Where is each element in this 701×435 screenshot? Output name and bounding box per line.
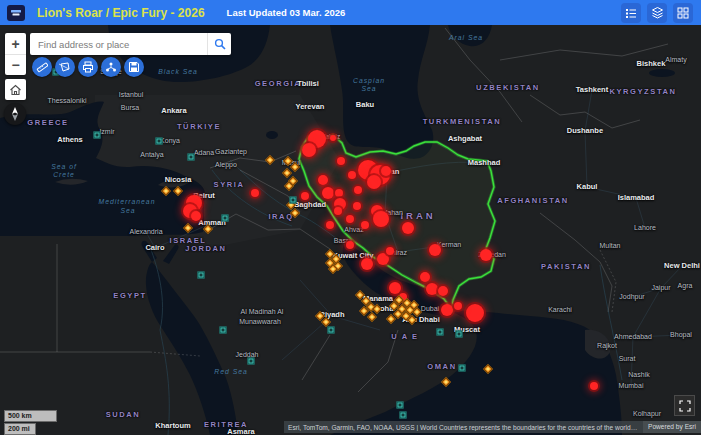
strike-marker[interactable] <box>353 202 361 210</box>
strike-marker[interactable] <box>301 192 309 200</box>
home-button[interactable] <box>5 79 26 100</box>
map-application: GREECETÜRKIYEGEORGIASYRIAIRAQIRANISRAELJ… <box>0 0 701 435</box>
strike-marker[interactable] <box>367 175 381 189</box>
save-button[interactable] <box>124 57 144 77</box>
strike-marker[interactable] <box>326 221 334 229</box>
measure-area-button[interactable] <box>55 57 75 77</box>
strike-marker[interactable] <box>389 282 401 294</box>
strike-marker[interactable] <box>386 247 394 255</box>
facility-marker-square[interactable] <box>437 329 444 336</box>
scale-mi: 200 mi <box>4 423 36 435</box>
strike-marker[interactable] <box>438 286 448 296</box>
strike-marker[interactable] <box>373 211 389 227</box>
facility-marker-square[interactable] <box>198 272 205 279</box>
facility-marker-square[interactable] <box>290 197 297 204</box>
fullscreen-button[interactable] <box>674 395 695 416</box>
strike-marker[interactable] <box>361 258 373 270</box>
compass-button[interactable] <box>4 103 26 125</box>
legend-icon <box>625 7 637 19</box>
print-icon <box>82 61 94 73</box>
strike-marker[interactable] <box>348 171 356 179</box>
strike-marker[interactable] <box>354 186 362 194</box>
strike-marker[interactable] <box>361 221 369 229</box>
strike-marker[interactable] <box>251 189 259 197</box>
facility-marker-square[interactable] <box>248 358 255 365</box>
fullscreen-icon <box>679 400 691 412</box>
attribution-bar: Esri, TomTom, Garmin, FAO, NOAA, USGS | … <box>284 421 701 433</box>
facility-marker-square[interactable] <box>397 402 404 409</box>
strike-marker[interactable] <box>334 207 342 215</box>
scale-km: 500 km <box>4 410 57 422</box>
powered-by-esri: Powered by Esri <box>643 421 701 433</box>
strike-marker[interactable] <box>590 382 598 390</box>
compass-needle-icon <box>10 107 20 121</box>
search-box <box>30 33 231 55</box>
strike-marker[interactable] <box>346 215 354 223</box>
share-button[interactable] <box>101 57 121 77</box>
strike-marker[interactable] <box>346 241 354 249</box>
map-toolbar <box>32 57 144 77</box>
facility-marker-square[interactable] <box>220 327 227 334</box>
zoom-out-button[interactable]: − <box>5 54 26 75</box>
strike-marker[interactable] <box>402 222 414 234</box>
last-updated-label: Last Updated 03 Mar. 2026 <box>227 7 346 18</box>
facility-marker-square[interactable] <box>188 154 195 161</box>
page-title: Lion's Roar / Epic Fury - 2026 <box>37 6 205 20</box>
layers-button[interactable] <box>647 3 667 23</box>
app-header: Lion's Roar / Epic Fury - 2026 Last Upda… <box>0 0 701 25</box>
facility-marker-square[interactable] <box>328 327 335 334</box>
facility-marker-square[interactable] <box>456 331 463 338</box>
measure-area-icon <box>59 61 71 73</box>
strike-marker[interactable] <box>441 304 453 316</box>
legend-button[interactable] <box>621 3 641 23</box>
facility-marker-square[interactable] <box>222 215 229 222</box>
scale-bar: 500 km 200 mi <box>4 410 57 435</box>
strike-marker[interactable] <box>302 143 316 157</box>
zoom-in-button[interactable]: + <box>5 33 26 54</box>
strike-marker[interactable] <box>420 272 430 282</box>
strike-marker[interactable] <box>337 157 345 165</box>
basemap-grid-icon <box>677 7 689 19</box>
strike-marker[interactable] <box>381 166 391 176</box>
zoom-control: + − <box>5 33 26 75</box>
strike-marker[interactable] <box>330 135 336 141</box>
measure-distance-icon <box>36 61 48 73</box>
strike-marker[interactable] <box>335 189 343 197</box>
app-logo <box>7 5 25 21</box>
home-icon <box>9 84 22 96</box>
basemap-gallery-button[interactable] <box>673 3 693 23</box>
layers-icon <box>651 6 664 19</box>
facility-marker-square[interactable] <box>459 365 466 372</box>
save-icon <box>128 61 140 73</box>
strike-marker[interactable] <box>480 249 492 261</box>
strike-marker[interactable] <box>454 302 462 310</box>
strike-marker[interactable] <box>466 304 484 322</box>
strike-marker[interactable] <box>429 244 441 256</box>
facility-marker-square[interactable] <box>94 132 101 139</box>
print-button[interactable] <box>78 57 98 77</box>
strike-marker[interactable] <box>377 253 389 265</box>
attribution-text: Esri, TomTom, Garmin, FAO, NOAA, USGS | … <box>284 424 643 431</box>
search-icon <box>214 38 226 50</box>
strike-marker[interactable] <box>426 283 438 295</box>
facility-marker-square[interactable] <box>400 412 407 419</box>
facility-marker-square[interactable] <box>156 138 163 145</box>
search-button[interactable] <box>207 33 231 55</box>
strike-marker[interactable] <box>318 175 328 185</box>
measure-distance-button[interactable] <box>32 57 52 77</box>
strike-marker[interactable] <box>191 211 201 221</box>
strike-marker[interactable] <box>322 187 334 199</box>
search-input[interactable] <box>30 39 207 50</box>
share-icon <box>105 61 117 73</box>
